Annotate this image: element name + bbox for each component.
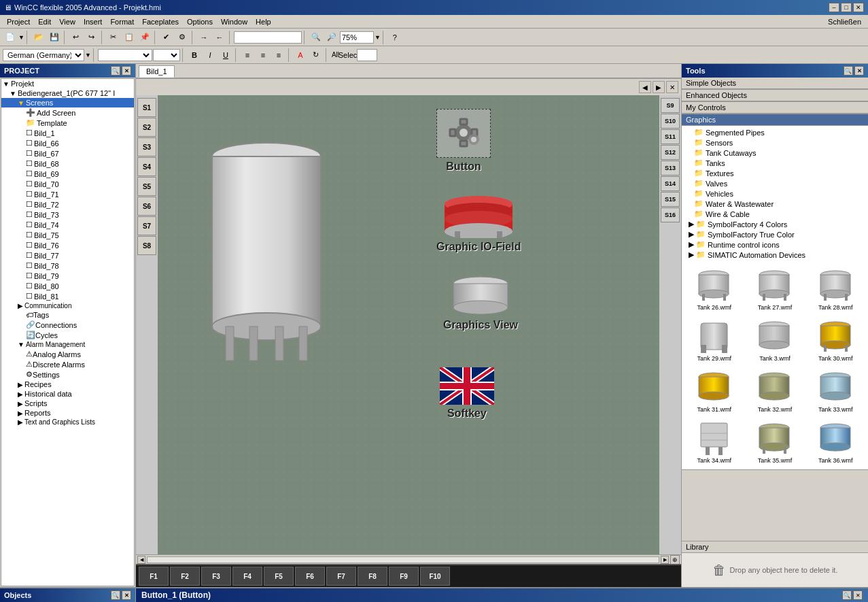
- align-left-button[interactable]: ≡: [240, 48, 255, 63]
- tank-36-cell[interactable]: Tank 36.wmf: [806, 417, 865, 467]
- tank-26-cell[interactable]: Tank 26.wmf: [684, 264, 744, 314]
- graphic-io-obj[interactable]: Graphic IO-Field: [436, 190, 521, 253]
- tree-discrete[interactable]: ⚠Discrete Alarms: [1, 359, 134, 369]
- tree-scripts[interactable]: ▶ Scripts: [1, 399, 134, 408]
- language-select[interactable]: German (Germany): [3, 49, 84, 61]
- tree-bild72[interactable]: ☐Bild_72: [1, 199, 134, 210]
- menu-faceplates[interactable]: Faceplates: [138, 16, 183, 27]
- tree-bild77[interactable]: ☐Bild_77: [1, 250, 134, 261]
- tree-alarm-settings[interactable]: ⚙Settings: [1, 369, 134, 380]
- graphics-view-obj[interactable]: Graphics View: [443, 275, 518, 331]
- open-button[interactable]: 📂: [31, 30, 46, 45]
- tree-tanks[interactable]: 📁 Tanks: [683, 158, 867, 168]
- tree-symbolfactory4[interactable]: ▶ 📁 SymbolFactory 4 Colors: [683, 219, 867, 229]
- menu-format[interactable]: Format: [106, 16, 138, 27]
- tree-alarm[interactable]: ▼ Alarm Management: [1, 340, 134, 349]
- tank-35-cell[interactable]: Tank 35.wmf: [745, 417, 804, 467]
- copy-button[interactable]: 📋: [122, 30, 137, 45]
- menu-window[interactable]: Window: [217, 16, 251, 27]
- align-center-button[interactable]: ≡: [256, 48, 271, 63]
- cut-button[interactable]: ✂: [106, 30, 121, 45]
- compile-button[interactable]: ⚙: [175, 30, 190, 45]
- tree-cycles[interactable]: 🔄Cycles: [1, 330, 134, 340]
- canvas-next-btn[interactable]: ▶: [653, 81, 665, 93]
- tree-simatic[interactable]: ▶ 📁 SIMATIC Automation Devices: [683, 250, 867, 260]
- zoom-out-button[interactable]: 🔎: [324, 30, 339, 45]
- tank-30-cell[interactable]: Tank 30.wmf: [806, 315, 865, 365]
- enhanced-objects-btn[interactable]: Enhanced Objects: [682, 90, 868, 101]
- my-controls-btn[interactable]: My Controls: [682, 102, 868, 114]
- align-right-button[interactable]: ≡: [271, 48, 286, 63]
- props-search-btn[interactable]: 🔍: [842, 590, 852, 600]
- tree-projekt[interactable]: ▼ Projekt: [1, 79, 134, 88]
- tab-bild1[interactable]: Bild_1: [139, 65, 175, 78]
- tree-textures[interactable]: 📁 Textures: [683, 168, 867, 178]
- project-search-btn[interactable]: 🔍: [111, 66, 120, 76]
- font-size-select[interactable]: [153, 49, 180, 61]
- menu-project[interactable]: Project: [3, 16, 34, 27]
- tank-28-cell[interactable]: Tank 28.wmf: [806, 264, 865, 314]
- maximize-button[interactable]: □: [841, 3, 852, 12]
- tank-31-cell[interactable]: Tank 31.wmf: [684, 366, 744, 416]
- tree-bild66[interactable]: ☐Bild_66: [1, 138, 134, 148]
- bold-button[interactable]: B: [187, 48, 202, 63]
- new-button[interactable]: 📄: [3, 30, 18, 45]
- s4-button[interactable]: S4: [137, 157, 156, 176]
- graphics-header[interactable]: Graphics: [682, 114, 868, 126]
- italic-button[interactable]: I: [203, 48, 218, 63]
- tree-reports[interactable]: ▶ Reports: [1, 408, 134, 418]
- tree-analog[interactable]: ⚠Analog Alarms: [1, 349, 134, 359]
- tree-vehicles[interactable]: 📁 Vehicles: [683, 188, 867, 199]
- menu-view[interactable]: View: [55, 16, 80, 27]
- s1-button[interactable]: S1: [137, 98, 156, 117]
- tank-27-cell[interactable]: Tank 27.wmf: [745, 264, 804, 314]
- menu-options[interactable]: Options: [183, 16, 217, 27]
- f9-button[interactable]: F9: [389, 567, 419, 586]
- minimize-button[interactable]: –: [829, 3, 839, 12]
- check-button[interactable]: ✔: [159, 30, 174, 45]
- tools-search-btn[interactable]: 🔍: [844, 66, 853, 76]
- tree-bild71[interactable]: ☐Bild_71: [1, 189, 134, 199]
- f8-button[interactable]: F8: [358, 567, 387, 586]
- s2-button[interactable]: S2: [137, 118, 156, 137]
- color-a-button[interactable]: A: [293, 48, 308, 63]
- coord-input[interactable]: [357, 49, 377, 61]
- zoom-dropdown[interactable]: ▼: [375, 34, 381, 41]
- button-canvas-obj[interactable]: Button: [436, 109, 491, 173]
- menu-help[interactable]: Help: [251, 16, 275, 27]
- rotate-button[interactable]: ↻: [309, 48, 324, 63]
- schliessen-button[interactable]: Schließen: [824, 16, 865, 27]
- tree-bild1[interactable]: ☐ Bild_1: [1, 128, 134, 138]
- h-scrollbar[interactable]: [147, 556, 659, 563]
- zoom-input[interactable]: [340, 31, 374, 44]
- tree-screens[interactable]: ▼ Screens: [1, 98, 134, 107]
- zoom-in-button[interactable]: 🔍: [309, 30, 324, 45]
- tree-historical[interactable]: ▶ Historical data: [1, 389, 134, 399]
- canvas-prev-btn[interactable]: ◀: [639, 81, 651, 93]
- font-select[interactable]: [98, 49, 152, 61]
- tree-bild69[interactable]: ☐Bild_69: [1, 169, 134, 179]
- tree-textgraphics[interactable]: ▶ Text and Graphics Lists: [1, 418, 134, 427]
- tree-device[interactable]: ▼ Bediengeraet_1(PC 677 12" I: [1, 88, 134, 98]
- underline-button[interactable]: U: [218, 48, 233, 63]
- save-button[interactable]: 💾: [47, 30, 62, 45]
- redo-button[interactable]: ↪: [84, 30, 99, 45]
- s6-button[interactable]: S6: [137, 197, 156, 216]
- tank-29-cell[interactable]: Tank 29.wmf: [684, 315, 744, 365]
- tree-bild81[interactable]: ☐Bild_81: [1, 291, 134, 301]
- canvas-close-btn[interactable]: ✕: [666, 81, 678, 93]
- s13-button[interactable]: S13: [661, 161, 680, 175]
- menu-edit[interactable]: Edit: [34, 16, 55, 27]
- tree-tags[interactable]: 🏷Tags: [1, 310, 134, 320]
- canvas-content[interactable]: Button: [158, 95, 659, 554]
- new-dropdown[interactable]: ▼: [18, 34, 24, 41]
- scroll-left-btn[interactable]: ◀: [137, 556, 145, 564]
- tree-runtime-control[interactable]: ▶ 📁 Runtime control icons: [683, 239, 867, 250]
- f10-button[interactable]: F10: [420, 567, 450, 586]
- s14-button[interactable]: S14: [661, 176, 680, 191]
- expand-canvas-btn[interactable]: ⊕: [670, 555, 680, 565]
- tank-34-cell[interactable]: Tank 34.wmf: [684, 417, 744, 467]
- library-content[interactable]: 🗑 Drop any object here to delete it.: [682, 553, 868, 587]
- s10-button[interactable]: S10: [661, 114, 680, 129]
- f5-button[interactable]: F5: [264, 567, 294, 586]
